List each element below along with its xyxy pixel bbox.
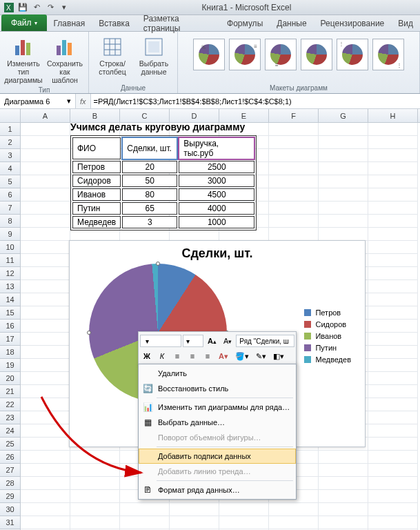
cell[interactable] (269, 149, 319, 162)
cell[interactable] (319, 451, 368, 464)
col-header[interactable]: E (219, 109, 269, 122)
cell[interactable] (269, 175, 319, 188)
cell[interactable] (368, 254, 418, 267)
cell[interactable] (368, 359, 418, 372)
row-header[interactable]: 14 (0, 293, 21, 306)
cell[interactable] (368, 438, 418, 451)
chart-legend[interactable]: Петров Сидоров Иванов Путин Медведев (304, 305, 351, 367)
cell[interactable] (21, 293, 70, 306)
chart-layout-5[interactable]: ⋮ (337, 39, 368, 70)
cell[interactable] (21, 320, 70, 333)
grow-font-button[interactable]: A▴ (205, 334, 219, 348)
cell[interactable] (21, 188, 70, 202)
col-header[interactable]: B (70, 109, 120, 122)
cell[interactable] (21, 254, 70, 267)
tab-insert[interactable]: Вставка (92, 16, 137, 31)
cell[interactable] (269, 123, 319, 136)
cell[interactable] (319, 188, 368, 202)
row-header[interactable]: 17 (0, 333, 21, 346)
cell[interactable] (368, 333, 418, 346)
row-header[interactable]: 22 (0, 398, 21, 411)
cell[interactable] (368, 202, 418, 215)
cell[interactable] (368, 424, 418, 438)
chart-layout-4[interactable] (301, 39, 332, 70)
cell[interactable] (21, 175, 70, 188)
col-header[interactable]: C (120, 109, 170, 122)
row-header[interactable]: 25 (0, 438, 21, 451)
change-chart-type-button[interactable]: Изменить тип диаграммы (4, 35, 43, 86)
tab-file[interactable]: Файл (1, 14, 47, 31)
align-center-button[interactable]: ≡ (186, 349, 199, 363)
chart-layout-6[interactable]: ⋮ (372, 39, 404, 70)
chevron-down-icon[interactable]: ▾ (67, 97, 71, 106)
ctx-delete[interactable]: Удалить (139, 366, 296, 381)
cell[interactable] (21, 333, 70, 346)
name-box[interactable]: Диаграмма 6▾ (0, 94, 76, 108)
cell[interactable] (21, 490, 70, 503)
cell[interactable] (319, 503, 368, 516)
cell[interactable] (70, 451, 120, 464)
cell[interactable] (368, 241, 418, 254)
cell[interactable] (319, 464, 368, 477)
row-header[interactable]: 18 (0, 346, 21, 359)
cell[interactable] (21, 280, 70, 293)
cell[interactable] (21, 241, 70, 254)
cell[interactable] (269, 202, 319, 215)
ctx-select-data[interactable]: ▦Выбрать данные… (139, 415, 296, 430)
align-right-button[interactable]: ≡ (201, 349, 214, 363)
row-header[interactable]: 28 (0, 477, 21, 490)
cell[interactable] (21, 149, 70, 162)
row-header[interactable]: 16 (0, 320, 21, 333)
cell[interactable] (319, 490, 368, 503)
excel-icon[interactable]: X (3, 1, 15, 14)
cell[interactable] (269, 215, 319, 228)
row-header[interactable]: 12 (0, 267, 21, 280)
tab-home[interactable]: Главная (47, 16, 92, 31)
cell[interactable] (368, 267, 418, 280)
cell[interactable] (170, 503, 219, 516)
cell[interactable] (368, 451, 418, 464)
chart-layout-3[interactable]: ≡ (265, 39, 297, 70)
row-header[interactable]: 26 (0, 451, 21, 464)
cell[interactable] (368, 175, 418, 188)
cell[interactable] (219, 516, 269, 529)
cell[interactable] (21, 438, 70, 451)
cell[interactable] (269, 136, 319, 149)
cell[interactable] (21, 267, 70, 280)
col-header[interactable]: H (368, 109, 418, 122)
row-header[interactable]: 10 (0, 241, 21, 254)
tab-view[interactable]: Вид (391, 16, 420, 31)
cell[interactable] (21, 477, 70, 490)
cell[interactable] (368, 464, 418, 477)
redo-icon[interactable]: ↷ (44, 1, 57, 14)
cell[interactable] (368, 503, 418, 516)
row-header[interactable]: 20 (0, 372, 21, 385)
font-color-button[interactable]: A▾ (216, 349, 231, 363)
cell[interactable] (319, 202, 368, 215)
row-header[interactable]: 13 (0, 280, 21, 293)
row-header[interactable]: 27 (0, 464, 21, 477)
row-header[interactable]: 31 (0, 516, 21, 529)
chart-layout-2[interactable]: ≡ (229, 39, 261, 70)
select-all-corner[interactable] (0, 109, 21, 122)
cell[interactable] (70, 503, 120, 516)
cell[interactable] (269, 162, 319, 175)
cell[interactable] (368, 123, 418, 136)
save-template-button[interactable]: Сохранить как шаблон (46, 35, 84, 86)
row-header[interactable]: 2 (0, 136, 21, 149)
tab-review[interactable]: Рецензирование (314, 16, 392, 31)
cell[interactable] (368, 228, 418, 241)
cell[interactable] (368, 516, 418, 529)
cell[interactable] (170, 516, 219, 529)
ctx-reset-style[interactable]: 🔄Восстановить стиль (139, 381, 296, 396)
row-header[interactable]: 29 (0, 490, 21, 503)
cell[interactable] (21, 451, 70, 464)
bold-button[interactable]: Ж (140, 349, 154, 363)
row-header[interactable]: 30 (0, 503, 21, 516)
qat-dropdown-icon[interactable]: ▾ (58, 1, 70, 14)
row-header[interactable]: 1 (0, 123, 21, 136)
row-header[interactable]: 21 (0, 385, 21, 398)
cell[interactable] (120, 503, 170, 516)
cell[interactable] (319, 477, 368, 490)
shape-effects-button[interactable]: ◧▾ (270, 349, 287, 363)
